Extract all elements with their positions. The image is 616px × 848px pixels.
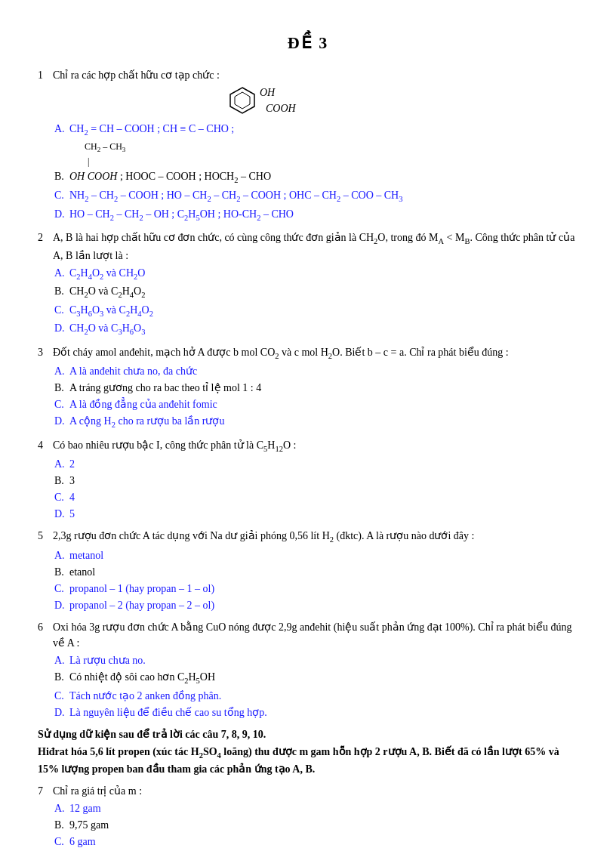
q1-num: 1 — [38, 67, 48, 83]
q4-answers: A. 2 B. 3 C. 4 D. 5 — [54, 456, 578, 522]
question-6: 6 Oxi hóa 3g rượu đơn chức A bằng CuO nó… — [38, 619, 578, 720]
q4-opt-a: A. 2 — [54, 456, 578, 472]
q2-opt-a: A. C2H4O2 và CH2O — [54, 265, 578, 283]
q7-opt-a: A. 12 gam — [54, 800, 578, 816]
question-2: 2 A, B là hai hợp chất hữu cơ đơn chức, … — [38, 230, 578, 338]
q4-text: Có bao nhiêu rượu bậc I, công thức phân … — [53, 437, 296, 455]
q1-opt-a: A. CH2 = CH – COOH ; CH ≡ C – CHO ; — [54, 121, 578, 139]
q7-opt-c: C. 6 gam — [54, 834, 578, 848]
q6-opt-c: C. Tách nước tạo 2 anken đồng phân. — [54, 688, 578, 704]
benzene-ring-icon — [226, 85, 258, 116]
context-desc: Hiđrat hóa 5,6 lít propen (xúc tác H2SO4… — [38, 744, 578, 778]
q5-opt-d: D. propanol – 2 (hay propan – 2 – ol) — [54, 597, 578, 613]
benzene-structure: OHCOOH — [226, 85, 578, 116]
q3-opt-c: C. A là đồng đẳng của anđehit fomic — [54, 396, 578, 412]
q5-text: 2,3g rượu đơn chức A tác dụng với Na dư … — [53, 528, 474, 546]
q2-num: 2 — [38, 230, 48, 264]
q5-answers: A. metanol B. etanol C. propanol – 1 (ha… — [54, 547, 578, 613]
q5-opt-a: A. metanol — [54, 547, 578, 563]
q7-text: Chỉ ra giá trị của m : — [53, 783, 142, 799]
q2-answers: A. C2H4O2 và CH2O B. CH2O và C2H4O2 C. C… — [54, 265, 578, 338]
q2-opt-b: B. CH2O và C2H4O2 — [54, 283, 578, 301]
q1-opt-a-sub: CH2 – CH3 | — [85, 140, 578, 169]
q4-opt-d: D. 5 — [54, 506, 578, 522]
q4-opt-b: B. 3 — [54, 473, 578, 489]
svg-marker-0 — [230, 88, 254, 113]
q1-answers: A. CH2 = CH – COOH ; CH ≡ C – CHO ; CH2 … — [54, 121, 578, 224]
q2-opt-c: C. C3H6O3 và C2H4O2 — [54, 302, 578, 320]
q2-opt-d: D. CH2O và C3H6O3 — [54, 320, 578, 338]
question-4: 4 Có bao nhiêu rượu bậc I, công thức phâ… — [38, 437, 578, 523]
q6-num: 6 — [38, 619, 48, 651]
q1-text: Chỉ ra các hợp chất hữu cơ tạp chức : — [53, 67, 220, 83]
q6-answers: A. Là rượu chưa no. B. Có nhiệt độ sôi c… — [54, 652, 578, 720]
q3-opt-a: A. A là anđehit chưa no, đa chức — [54, 363, 578, 379]
q3-text: Đốt cháy amol anđehit, mạch hở A được b … — [53, 344, 509, 362]
q5-opt-b: B. etanol — [54, 564, 578, 580]
q6-opt-d: D. Là nguyên liệu để điều chế cao su tổn… — [54, 705, 578, 720]
q3-opt-b: B. A tráng gương cho ra bac theo tỉ lệ m… — [54, 380, 578, 396]
q2-text: A, B là hai hợp chất hữu cơ đơn chức, có… — [53, 230, 578, 264]
page-title: ĐỀ 3 — [38, 30, 578, 55]
q5-opt-c: C. propanol – 1 (hay propan – 1 – ol) — [54, 581, 578, 597]
question-5: 5 2,3g rượu đơn chức A tác dụng với Na d… — [38, 528, 578, 613]
q4-opt-c: C. 4 — [54, 489, 578, 505]
q7-answers: A. 12 gam B. 9,75 gam C. 6 gam D. 2,25 g… — [54, 800, 578, 848]
q3-answers: A. A là anđehit chưa no, đa chức B. A tr… — [54, 363, 578, 431]
context-intro: Sử dụng dữ kiện sau để trả lời các câu 7… — [38, 726, 578, 742]
q1-opt-d: D. HO – CH2 – CH2 – OH ; C2H5OH ; HO-CH2… — [54, 206, 578, 224]
q7-num: 7 — [38, 783, 48, 799]
q7-opt-b: B. 9,75 gam — [54, 817, 578, 833]
q3-num: 3 — [38, 344, 48, 362]
question-3: 3 Đốt cháy amol anđehit, mạch hở A được … — [38, 344, 578, 431]
context-block: Sử dụng dữ kiện sau để trả lời các câu 7… — [38, 726, 578, 778]
q6-opt-b: B. Có nhiệt độ sôi cao hơn C2H5OH — [54, 669, 578, 687]
q4-num: 4 — [38, 437, 48, 455]
q1-opt-b: B. OH COOH ; HOOC – COOH ; HOCH2 – CHO — [54, 168, 578, 187]
q3-opt-d: D. A cộng H2 cho ra rượu ba lần rượu — [54, 413, 578, 431]
q6-opt-a: A. Là rượu chưa no. — [54, 652, 578, 668]
q1-opt-c: C. NH2 – CH2 – COOH ; HO – CH2 – CH2 – C… — [54, 187, 578, 205]
q5-num: 5 — [38, 528, 48, 546]
svg-marker-1 — [235, 92, 250, 109]
compound-oh: OHCOOH — [260, 85, 296, 116]
q6-text: Oxi hóa 3g rượu đơn chức A bằng CuO nóng… — [53, 619, 578, 651]
question-7: 7 Chỉ ra giá trị của m : A. 12 gam B. 9,… — [38, 783, 578, 848]
question-1: 1 Chỉ ra các hợp chất hữu cơ tạp chức : … — [38, 67, 578, 224]
